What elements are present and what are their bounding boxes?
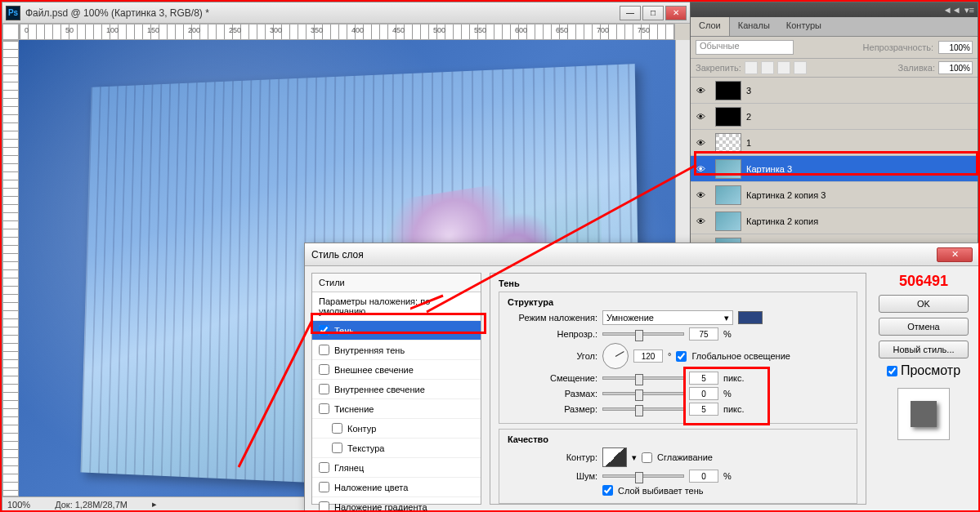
layer-thumb[interactable] [715,133,741,153]
close-button[interactable]: ✕ [665,6,687,20]
layer-row[interactable]: 👁 1 [691,130,978,156]
style-item-blending[interactable]: Параметры наложения: по умолчанию [312,292,481,321]
new-style-button[interactable]: Новый стиль... [879,341,969,358]
visibility-icon[interactable]: 👁 [691,216,710,226]
contour-dropdown-icon[interactable]: ▾ [632,452,637,463]
lock-all-icon[interactable] [794,61,807,74]
document-titlebar[interactable]: Ps Файл.psd @ 100% (Картинка 3, RGB/8) *… [2,2,690,24]
layer-row[interactable]: 👁 Картинка 2 копия 3 [691,182,978,208]
layer-row[interactable]: 👁 3 [691,78,978,104]
visibility-icon[interactable]: 👁 [691,164,710,174]
layer-name[interactable]: Картинка 2 копия 3 [746,190,826,200]
layer-thumb[interactable] [715,211,741,231]
style-item-drop-shadow[interactable]: Тень [312,321,481,341]
zoom-level[interactable]: 100% [7,500,30,510]
style-checkbox[interactable] [319,364,329,375]
style-checkbox[interactable] [332,423,342,434]
layer-row[interactable]: 👁 2 [691,104,978,130]
spread-input[interactable] [689,387,718,400]
layer-name[interactable]: 2 [746,112,751,122]
preview-box [897,388,950,440]
style-checkbox[interactable] [319,501,329,512]
ok-button[interactable]: OK [879,295,969,313]
style-item-satin[interactable]: Глянец [312,458,481,478]
fill-input[interactable] [938,61,973,74]
ruler-horizontal[interactable]: 0 50 100 150 200 250 300 350 400 450 500… [19,24,675,40]
style-item-outer-glow[interactable]: Внешнее свечение [312,360,481,380]
tab-paths[interactable]: Контуры [778,17,830,36]
noise-slider[interactable] [602,474,684,478]
style-item-bevel[interactable]: Тиснение [312,399,481,419]
layer-name[interactable]: 1 [746,138,751,148]
distance-slider[interactable] [602,376,684,380]
angle-label: Угол: [508,351,597,361]
angle-dial[interactable] [602,343,629,369]
lock-pixels-icon[interactable] [761,61,774,74]
noise-label: Шум: [508,471,597,481]
noise-input[interactable] [689,470,718,483]
style-checkbox[interactable] [319,403,329,414]
panel-menu-icon[interactable]: ▾≡ [964,5,974,16]
contour-swatch[interactable] [602,447,627,467]
quality-title: Качество [508,434,848,444]
lock-transparent-icon[interactable] [745,61,758,74]
shadow-color-swatch[interactable] [738,311,763,324]
layer-name[interactable]: Картинка 3 [746,164,792,174]
dialog-title: Стиль слоя [311,249,364,260]
style-checkbox[interactable] [319,462,329,473]
visibility-icon[interactable]: 👁 [691,138,710,148]
ruler-vertical[interactable] [2,40,19,496]
opacity-slider[interactable] [602,332,684,336]
visibility-icon[interactable]: 👁 [691,190,710,200]
style-checkbox[interactable] [319,345,329,355]
distance-input[interactable] [689,372,718,385]
layer-thumb[interactable] [715,185,741,205]
style-item-texture[interactable]: Текстура [312,439,481,458]
spread-slider[interactable] [602,392,684,395]
style-checkbox[interactable] [332,443,342,453]
global-light-checkbox[interactable] [676,351,687,362]
style-checkbox[interactable] [319,384,329,394]
style-item-gradient-overlay[interactable]: Наложение градиента [312,497,481,512]
status-arrow-icon[interactable]: ▸ [152,499,157,510]
minimize-button[interactable]: — [620,6,641,20]
panel-collapse-icon[interactable]: ◄◄ [943,5,961,15]
dialog-close-button[interactable]: ✕ [937,247,973,262]
layer-thumb[interactable] [715,107,741,127]
blend-mode-select[interactable]: Обычные [696,40,794,55]
size-slider[interactable] [602,407,684,411]
style-item-contour[interactable]: Контур [312,419,481,439]
dialog-titlebar[interactable]: Стиль слоя ✕ [305,243,979,266]
section-title: Тень [499,278,857,288]
layer-thumb[interactable] [715,81,741,100]
style-item-inner-glow[interactable]: Внутреннее свечение [312,380,481,399]
style-item-color-overlay[interactable]: Наложение цвета [312,478,481,497]
layer-thumb[interactable] [715,159,741,179]
style-checkbox[interactable] [319,325,329,336]
knockout-checkbox[interactable] [602,485,613,496]
panel-header[interactable]: ◄◄ ▾≡ [691,2,978,17]
layer-name[interactable]: 3 [746,86,751,96]
tab-channels[interactable]: Каналы [730,17,778,36]
visibility-icon[interactable]: 👁 [691,112,710,122]
antialiased-checkbox[interactable] [642,452,652,463]
opacity-input[interactable] [689,327,718,341]
maximize-button[interactable]: □ [642,6,664,20]
cancel-button[interactable]: Отмена [879,318,969,336]
size-input[interactable] [689,403,718,416]
layer-name[interactable]: Картинка 2 копия [746,216,818,226]
opacity-input[interactable] [938,41,973,54]
lock-position-icon[interactable] [777,61,790,74]
layer-row[interactable]: 👁 Картинка 3 [691,156,978,182]
layer-row[interactable]: 👁 Картинка 2 копия [691,208,978,234]
preview-checkbox[interactable] [887,366,897,376]
angle-input[interactable] [633,349,663,363]
style-checkbox[interactable] [319,482,329,492]
tab-layers[interactable]: Слои [691,17,730,36]
blend-mode-dropdown[interactable]: Умножение [602,310,733,325]
styles-header[interactable]: Стили [312,274,481,292]
panel-tabs: Слои Каналы Контуры [691,17,978,37]
visibility-icon[interactable]: 👁 [691,86,710,96]
style-item-inner-shadow[interactable]: Внутренняя тень [312,341,481,360]
contour-label: Контур: [508,452,597,462]
